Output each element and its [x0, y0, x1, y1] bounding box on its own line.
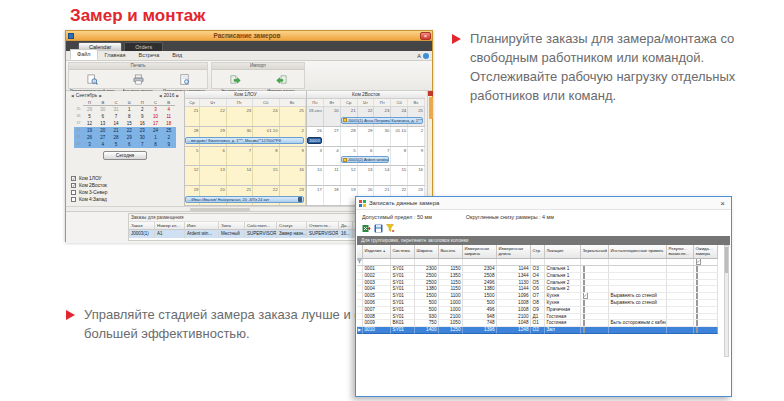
calendar-day-cell[interactable]: 2	[408, 127, 425, 146]
scrollbar-thumb[interactable]	[429, 97, 433, 119]
filter-cell[interactable]	[463, 259, 497, 266]
awaiting-checkbox[interactable]	[696, 280, 698, 286]
calendar-day-cell[interactable]: 11	[324, 166, 341, 185]
calendar-day-cell[interactable]: 19-сен	[307, 107, 324, 126]
mini-calendar-day[interactable]: 27	[96, 134, 109, 141]
mini-calendar-day[interactable]: 28	[109, 134, 122, 141]
mini-calendar-day[interactable]: 3	[149, 106, 162, 113]
mini-calendar-day[interactable]: 31	[109, 106, 122, 113]
mini-calendar-day[interactable]: 30	[136, 134, 149, 141]
filter-cell[interactable]: ✓	[694, 259, 718, 266]
calendar-day-cell[interactable]: 29	[358, 127, 375, 146]
calendar-day-cell[interactable]: 30	[374, 127, 391, 146]
mini-calendar-day[interactable]: 4	[96, 141, 109, 148]
calendar-day-cell[interactable]: 22	[200, 107, 226, 126]
calendar-day-cell[interactable]: 13	[358, 166, 375, 185]
mirror-checkbox[interactable]	[583, 307, 585, 313]
mirror-checkbox[interactable]	[583, 300, 585, 306]
mini-calendar-day[interactable]: 16	[136, 120, 149, 127]
calendar-day-cell[interactable]: 27	[324, 127, 341, 146]
ribbon-tab-главная[interactable]: Главная	[99, 51, 132, 60]
calendar-day-cell[interactable]: 20	[324, 107, 341, 126]
calendar-day-cell[interactable]: 4	[324, 147, 341, 166]
awaiting-checkbox[interactable]	[696, 273, 698, 279]
mini-calendar-day[interactable]: 8	[123, 113, 136, 120]
awaiting-checkbox[interactable]	[696, 307, 698, 313]
calendar-day-cell[interactable]: 13	[200, 166, 226, 185]
mini-calendar-day[interactable]: 6	[96, 113, 109, 120]
filter-cell[interactable]	[363, 259, 391, 266]
calendar-day-cell[interactable]: 14	[227, 166, 253, 185]
mini-calendar-day[interactable]: 12	[83, 120, 96, 127]
column-header-4[interactable]: Высота	[439, 245, 463, 259]
mirror-checkbox[interactable]	[583, 266, 585, 272]
column-header-10[interactable]: Инсталляционные примеч.	[609, 245, 667, 259]
mini-calendar-day[interactable]: 1	[123, 106, 136, 113]
team-checkbox[interactable]	[71, 190, 76, 195]
measure-row[interactable]: 0001SY012300115023041144О3Спальня 1	[357, 266, 730, 273]
filter-cell[interactable]	[439, 259, 463, 266]
awaiting-checkbox[interactable]	[696, 266, 698, 272]
mini-calendar-day[interactable]: 24	[149, 127, 162, 134]
next-month-icon[interactable]: ▶	[99, 94, 102, 98]
ribbon-tab-вид[interactable]: Вид	[166, 51, 188, 60]
mirror-checkbox[interactable]	[583, 273, 585, 279]
filter-cell[interactable]	[581, 259, 609, 266]
calendar-day-cell[interactable]: 9	[408, 147, 425, 166]
font-size-label[interactable]: А	[417, 53, 421, 59]
mirror-checkbox[interactable]	[583, 320, 585, 326]
calendar-day-cell[interactable]: 8	[253, 147, 279, 166]
measure-row[interactable]: 0005SY011500110015001096О7Кухня✓Выравнят…	[357, 293, 730, 300]
mirror-checkbox[interactable]	[583, 286, 585, 292]
mini-calendar-day[interactable]: 14	[109, 120, 122, 127]
awaiting-filter-checkbox[interactable]: ✓	[696, 259, 702, 265]
calendar-day-cell[interactable]: 17	[307, 186, 324, 205]
scrollbar-thumb[interactable]	[725, 247, 728, 273]
awaiting-checkbox[interactable]	[696, 320, 698, 326]
mini-calendar-day[interactable]: 20	[96, 127, 109, 134]
mini-calendar-day[interactable]: 3	[83, 141, 96, 148]
vertical-scrollbar[interactable]	[724, 245, 729, 357]
close-button[interactable]: ×	[717, 198, 728, 209]
calendar-day-cell[interactable]: 9	[280, 147, 306, 166]
mini-calendar-day[interactable]: 11	[162, 113, 175, 120]
column-header-5[interactable]: Измеренная ширина	[463, 245, 497, 259]
orders-column-header[interactable]: Собствен...	[245, 222, 277, 230]
calendar-day-cell[interactable]: 5	[185, 147, 200, 166]
filter-cell[interactable]	[391, 259, 415, 266]
mini-calendar-day[interactable]: 10	[149, 113, 162, 120]
vertical-scrollbar[interactable]	[427, 91, 432, 206]
app-tab-orders[interactable]: Orders	[124, 42, 163, 51]
team-filter-item[interactable]: Ком 3-Север	[71, 189, 107, 196]
mini-calendar-day[interactable]: 29	[83, 106, 96, 113]
orders-column-header[interactable]: Заказ	[129, 222, 155, 230]
awaiting-checkbox[interactable]	[696, 286, 698, 292]
filter-cell[interactable]	[531, 259, 545, 266]
calendar-day-cell[interactable]: 16	[280, 166, 306, 185]
prev-month-icon[interactable]: ◀	[71, 94, 74, 98]
calendar-day-cell[interactable]: 8	[391, 147, 408, 166]
mini-calendar-day[interactable]: 6	[123, 141, 136, 148]
mini-calendar-day[interactable]: 30	[96, 106, 109, 113]
measure-row[interactable]: 0009BK0175010507481048О1ГостинаяБыть ост…	[357, 320, 730, 327]
today-button[interactable]: Сегодня	[103, 151, 147, 160]
column-header-1[interactable]: Изделие▲	[363, 245, 391, 259]
mirror-checkbox[interactable]	[583, 314, 585, 320]
measure-row[interactable]: 0003SY012500115024961130О5Спальня 2	[357, 280, 730, 287]
mini-calendar-day[interactable]: 15	[123, 120, 136, 127]
calendar-day-cell[interactable]: 12	[185, 166, 200, 185]
panel-close-icon[interactable]	[428, 91, 433, 96]
calendar-event[interactable]: J0003 (1)	[307, 137, 322, 144]
measure-row[interactable]: 0006SY0150010005001008О8КухняВыравнять с…	[357, 300, 730, 307]
measure-row[interactable]: 0002SY012500135025081344О4Спальня 1	[357, 273, 730, 280]
measure-titlebar[interactable]: Записать данные замера ×	[356, 197, 731, 210]
mini-calendar-day[interactable]: 19	[83, 127, 96, 134]
mini-calendar-day[interactable]: 7	[136, 141, 149, 148]
team-filter-item[interactable]: Ком 4:Запад	[71, 196, 107, 203]
filter-cell[interactable]	[667, 259, 694, 266]
orders-column-header[interactable]: Номер кл...	[155, 222, 185, 230]
mini-calendar-day[interactable]: 2	[162, 134, 175, 141]
calendar-day-cell[interactable]: 01.10	[391, 127, 408, 146]
column-header-11[interactable]: Результ... вычисле...	[667, 245, 694, 259]
calendar-day-cell[interactable]: 16	[408, 166, 425, 185]
